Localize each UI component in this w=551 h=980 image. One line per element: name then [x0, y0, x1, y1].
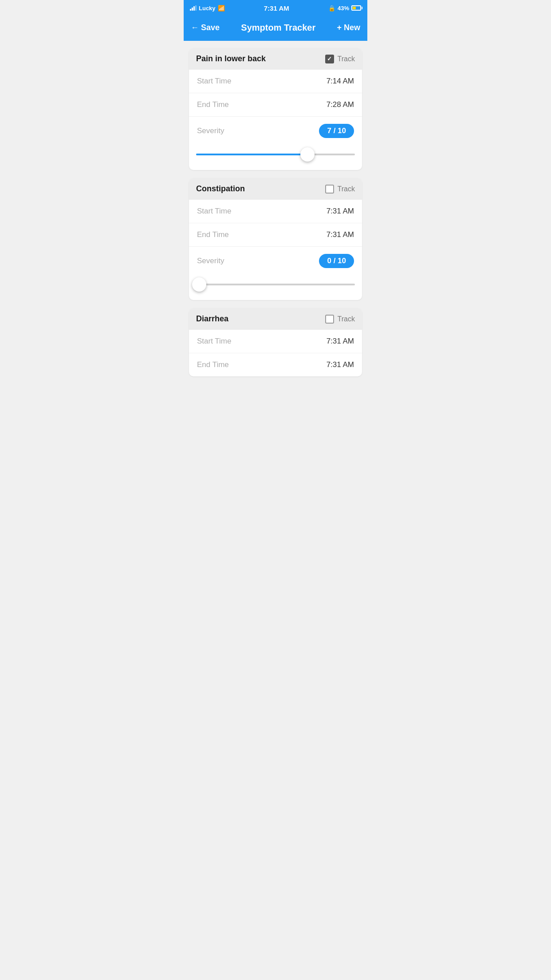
- new-button[interactable]: + New: [337, 23, 360, 32]
- symptom-rows-diarrhea: Start Time 7:31 AM End Time 7:31 AM: [189, 330, 362, 376]
- symptom-card-constipation: Constipation Track Start Time 7:31 AM En…: [189, 178, 362, 300]
- slider-section-pain: [189, 145, 362, 170]
- track-label-pain-lower-back: Track: [338, 55, 355, 63]
- end-time-value-constipation: 7:31 AM: [327, 230, 354, 239]
- severity-row-constipation: Severity 0 / 10: [189, 247, 362, 275]
- slider-thumb-pain[interactable]: [300, 147, 315, 162]
- signal-bars: [190, 5, 197, 11]
- symptom-name-diarrhea: Diarrhea: [196, 314, 228, 324]
- start-time-row-diarrhea: Start Time 7:31 AM: [189, 330, 362, 353]
- start-time-value-diarrhea: 7:31 AM: [327, 337, 354, 346]
- status-right: 🔒 43%: [328, 5, 361, 12]
- end-time-label: End Time: [197, 100, 229, 109]
- lock-icon: 🔒: [328, 5, 335, 12]
- page-title: Symptom Tracker: [241, 23, 315, 33]
- battery-fill: [353, 7, 356, 9]
- symptom-name-pain-lower-back: Pain in lower back: [196, 54, 266, 63]
- symptom-rows-pain-lower-back: Start Time 7:14 AM End Time 7:28 AM Seve…: [189, 70, 362, 145]
- symptom-name-constipation: Constipation: [196, 184, 245, 194]
- track-label-diarrhea: Track: [338, 315, 355, 323]
- track-checkbox-constipation[interactable]: [325, 185, 334, 194]
- severity-row-pain: Severity 7 / 10: [189, 117, 362, 145]
- end-time-row-pain: End Time 7:28 AM: [189, 93, 362, 117]
- wifi-icon: 📶: [218, 5, 225, 12]
- severity-badge-constipation: 0 / 10: [319, 254, 354, 268]
- end-time-label-diarrhea: End Time: [197, 360, 229, 369]
- nav-bar: ← Save Symptom Tracker + New: [184, 16, 367, 41]
- battery-icon: [351, 5, 361, 11]
- slider-container-constipation[interactable]: [196, 277, 355, 292]
- symptom-card-pain-lower-back: Pain in lower back Track Start Time 7:14…: [189, 48, 362, 170]
- status-left: Lucky 📶: [190, 5, 225, 12]
- status-time: 7:31 AM: [264, 4, 289, 12]
- status-bar: Lucky 📶 7:31 AM 🔒 43%: [184, 0, 367, 16]
- severity-label: Severity: [197, 126, 224, 135]
- slider-section-constipation: [189, 275, 362, 300]
- end-time-row-diarrhea: End Time 7:31 AM: [189, 353, 362, 376]
- start-time-row-pain: Start Time 7:14 AM: [189, 70, 362, 93]
- slider-container-pain[interactable]: [196, 147, 355, 162]
- track-section-constipation: Track: [325, 185, 355, 194]
- start-time-label: Start Time: [197, 77, 231, 86]
- carrier-label: Lucky: [199, 5, 216, 12]
- track-label-constipation: Track: [338, 185, 355, 193]
- slider-track-constipation: [196, 284, 355, 285]
- symptom-header-diarrhea: Diarrhea Track: [189, 308, 362, 330]
- symptom-card-diarrhea: Diarrhea Track Start Time 7:31 AM End Ti…: [189, 308, 362, 376]
- symptom-rows-constipation: Start Time 7:31 AM End Time 7:31 AM Seve…: [189, 200, 362, 275]
- battery-percent: 43%: [338, 5, 349, 12]
- symptom-header-pain-lower-back: Pain in lower back Track: [189, 48, 362, 70]
- symptom-header-constipation: Constipation Track: [189, 178, 362, 200]
- start-time-value-constipation: 7:31 AM: [327, 207, 354, 216]
- severity-badge-pain: 7 / 10: [319, 124, 354, 138]
- start-time-label-diarrhea: Start Time: [197, 337, 231, 346]
- severity-label-constipation: Severity: [197, 257, 224, 265]
- end-time-label-constipation: End Time: [197, 230, 229, 239]
- end-time-value-pain: 7:28 AM: [327, 100, 354, 109]
- back-button[interactable]: ← Save: [191, 23, 220, 32]
- end-time-row-constipation: End Time 7:31 AM: [189, 223, 362, 247]
- start-time-row-constipation: Start Time 7:31 AM: [189, 200, 362, 223]
- start-time-label-constipation: Start Time: [197, 207, 231, 216]
- slider-thumb-constipation[interactable]: [192, 277, 206, 292]
- slider-fill-pain: [196, 154, 307, 155]
- track-checkbox-diarrhea[interactable]: [325, 315, 334, 324]
- track-checkbox-pain-lower-back[interactable]: [325, 55, 334, 63]
- track-section-pain-lower-back: Track: [325, 55, 355, 63]
- start-time-value-pain: 7:14 AM: [327, 77, 354, 86]
- content-area: Pain in lower back Track Start Time 7:14…: [184, 41, 367, 383]
- end-time-value-diarrhea: 7:31 AM: [327, 360, 354, 369]
- track-section-diarrhea: Track: [325, 315, 355, 324]
